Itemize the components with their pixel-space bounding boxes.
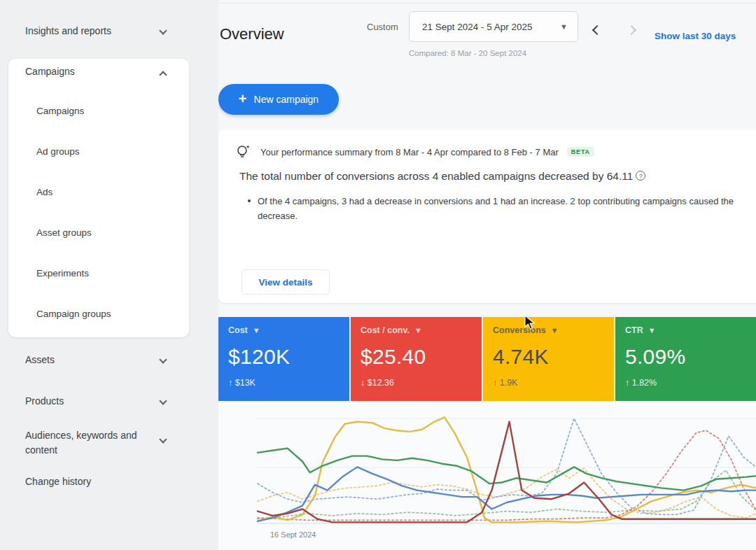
main-content: Overview Custom 21 Sept 2024 - 5 Apr 202…: [218, 0, 756, 550]
delta-value: $12.36: [368, 378, 394, 388]
campaigns-nav-card: Campaigns Campaigns Ad groups Ads Asset …: [8, 59, 189, 337]
divider: [218, 3, 756, 3]
chevron-down-icon: [159, 355, 167, 363]
metric-value: 5.09%: [625, 345, 746, 369]
previous-period-button[interactable]: [589, 22, 606, 38]
metric-delta: ↑ 1.82%: [625, 378, 746, 388]
metric-delta: ↓ $12.36: [360, 378, 472, 388]
chevron-down-icon: ▼: [414, 326, 422, 334]
chart-series-ctr-current-: [258, 449, 756, 491]
performance-summary-card: Your performance summary from 8 Mar - 4 …: [218, 129, 756, 303]
delta-value: 1.82%: [632, 378, 657, 388]
sidebar-item-label: Products: [25, 395, 64, 407]
sidebar-item-label: Campaigns: [36, 106, 84, 116]
sidebar-item-label: Ad groups: [36, 146, 80, 157]
chevron-down-icon: [159, 27, 167, 34]
dropdown-caret-icon: ▼: [560, 22, 568, 31]
arrow-up-icon: ↑: [228, 378, 232, 388]
chevron-down-icon: ▼: [253, 326, 260, 334]
sidebar-item-label: Change history: [25, 476, 91, 487]
sidebar-item-experiments[interactable]: Experiments: [36, 268, 89, 278]
show-last-30-days-link[interactable]: Show last 30 days: [654, 31, 736, 41]
sidebar-item-ad-groups[interactable]: Ad groups: [36, 146, 80, 157]
date-range-picker[interactable]: 21 Sept 2024 - 5 Apr 2025 ▼: [409, 11, 578, 42]
delta-value: $13K: [235, 378, 255, 388]
compared-range-label: Compared: 8 Mar - 20 Sept 2024: [409, 49, 526, 57]
view-details-button[interactable]: View details: [241, 269, 330, 295]
metric-selector-cost[interactable]: Cost ▼: [228, 325, 340, 335]
insights-lightbulb-icon: [235, 143, 252, 160]
metric-delta: ↑ 1.9K: [493, 378, 604, 388]
metric-delta: ↑ $13K: [228, 378, 340, 388]
page-title: Overview: [220, 25, 284, 43]
sidebar-item-campaigns[interactable]: Campaigns: [36, 106, 84, 116]
summary-intro-text: Your performance summary from 8 Mar - 4 …: [260, 147, 559, 157]
date-range-value: 21 Sept 2024 - 5 Apr 2025: [422, 22, 560, 32]
new-campaign-button[interactable]: + New campaign: [218, 84, 339, 115]
metric-selector-conversions[interactable]: Conversions ▼: [493, 325, 604, 335]
arrow-up-icon: ↑: [493, 378, 497, 388]
metric-selector-ctr[interactable]: CTR ▼: [625, 325, 746, 335]
arrow-down-icon: ↓: [360, 378, 365, 388]
metric-label: Cost: [228, 325, 248, 335]
sidebar-item-label: Ads: [36, 187, 52, 197]
sidebar-item-campaign-groups[interactable]: Campaign groups: [36, 309, 111, 319]
metric-label: Conversions: [493, 325, 546, 335]
summary-headline: The total number of conversions across 4…: [239, 170, 645, 183]
x-axis-start-label: 16 Sept 2024: [270, 530, 316, 539]
scorecard-cost-per-conv[interactable]: Cost / conv. ▼ $25.40 ↓ $12.36: [351, 317, 482, 401]
summary-headline-text: The total number of conversions across 4…: [239, 170, 633, 182]
metric-value: $120K: [228, 345, 340, 369]
sidebar-item-ads[interactable]: Ads: [36, 187, 52, 197]
chevron-down-icon: [159, 435, 167, 443]
sidebar-item-audiences-keywords-content[interactable]: Audiences, keywords and content: [25, 428, 151, 458]
line-chart: 16 Sept 2024: [218, 402, 756, 550]
chevron-down-icon: ▼: [648, 326, 656, 334]
metric-value: $25.40: [360, 345, 472, 369]
sidebar-item-change-history[interactable]: Change history: [25, 476, 91, 487]
metric-value: 4.74K: [493, 345, 604, 369]
mouse-cursor: [524, 315, 538, 330]
bullet-dot: [248, 199, 251, 202]
chart-series-cost-conv-current-: [258, 422, 756, 523]
metric-label: CTR: [625, 325, 643, 335]
sidebar-item-label: Assets: [25, 354, 55, 365]
summary-bullet-text: Of the 4 campaigns, 3 had a decrease in …: [258, 196, 734, 221]
plus-icon: +: [239, 91, 247, 107]
sidebar: Insights and reports Campaigns Campaigns…: [0, 0, 218, 550]
sidebar-item-asset-groups[interactable]: Asset groups: [36, 227, 92, 238]
chevron-left-icon: [592, 25, 602, 35]
date-mode-label: Custom: [367, 22, 398, 32]
scorecard-cost[interactable]: Cost ▼ $120K ↑ $13K: [218, 317, 349, 401]
arrow-up-icon: ↑: [625, 378, 629, 388]
metric-selector-cost-per-conv[interactable]: Cost / conv. ▼: [360, 325, 472, 335]
delta-value: 1.9K: [500, 378, 518, 388]
performance-chart: 16 Sept 2024: [218, 402, 756, 550]
chevron-down-icon: [159, 397, 167, 404]
summary-bullet: Of the 4 campaigns, 3 had a decrease in …: [258, 194, 756, 223]
metric-label: Cost / conv.: [360, 325, 410, 335]
beta-badge: BETA: [567, 147, 594, 157]
sidebar-item-label: Audiences, keywords and content: [25, 430, 137, 456]
next-period-button[interactable]: [623, 22, 640, 38]
sidebar-item-campaigns-group[interactable]: Campaigns: [25, 66, 206, 77]
sidebar-item-label: Campaigns: [25, 66, 75, 77]
chevron-right-icon: [626, 25, 636, 35]
help-icon[interactable]: ?: [636, 171, 645, 181]
sidebar-item-insights-and-reports[interactable]: Insights and reports: [25, 25, 111, 36]
sidebar-item-label: Insights and reports: [25, 25, 111, 36]
chevron-down-icon: ▼: [551, 326, 559, 334]
sidebar-item-label: Campaign groups: [36, 309, 111, 319]
sidebar-item-label: Experiments: [36, 268, 89, 278]
scorecard-ctr[interactable]: CTR ▼ 5.09% ↑ 1.82%: [615, 317, 756, 401]
sidebar-item-label: Asset groups: [36, 227, 92, 238]
sidebar-item-products[interactable]: Products: [25, 395, 64, 407]
new-campaign-label: New campaign: [254, 94, 319, 105]
sidebar-item-assets[interactable]: Assets: [25, 354, 55, 365]
scorecard-conversions[interactable]: Conversions ▼ 4.74K ↑ 1.9K: [483, 317, 614, 401]
